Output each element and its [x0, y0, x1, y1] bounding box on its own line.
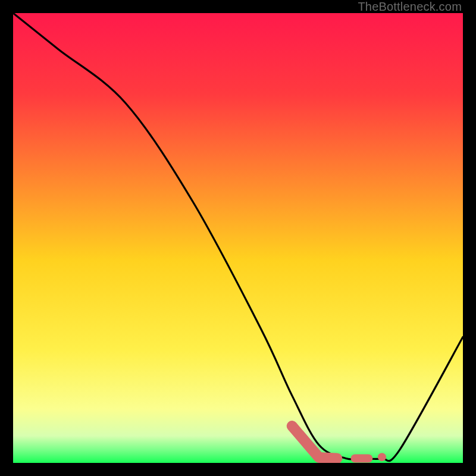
optimal-range-dot [378, 453, 386, 461]
chart-frame [13, 13, 463, 463]
gradient-background [13, 13, 463, 463]
watermark-text: TheBottleneck.com [358, 0, 462, 14]
chart-svg [13, 13, 463, 463]
